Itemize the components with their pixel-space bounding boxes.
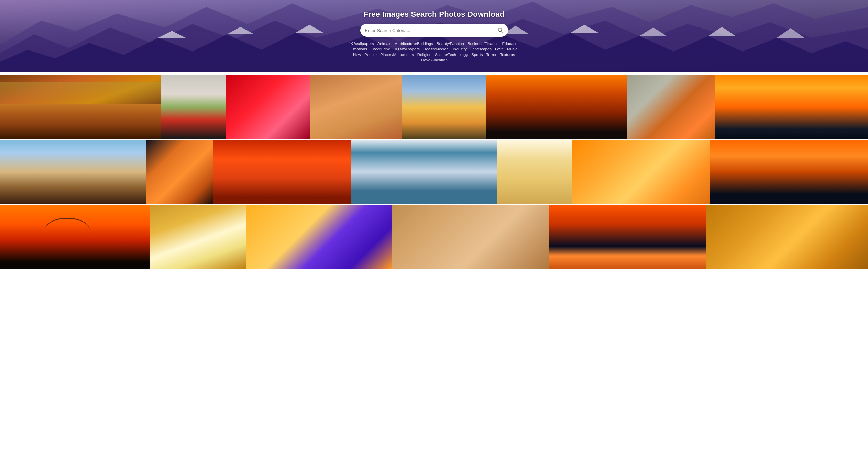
hero-content: Free Images Search Photos Download 4K Wa… — [348, 10, 520, 62]
nav-health-medical[interactable]: Health/Medical — [423, 47, 449, 51]
gallery-item[interactable] — [310, 75, 402, 139]
gallery-item[interactable] — [0, 140, 146, 204]
nav-industry[interactable]: Industry — [453, 47, 467, 51]
gallery-item[interactable] — [146, 140, 213, 204]
gallery-item[interactable] — [246, 205, 392, 269]
nav-4k-wallpapers[interactable]: 4K Wallpapers — [348, 42, 374, 46]
nav-love[interactable]: Love — [495, 47, 504, 51]
nav-music[interactable]: Music — [507, 47, 517, 51]
nav-animals[interactable]: Animals — [377, 42, 392, 46]
nav-terror[interactable]: Terror — [486, 53, 496, 57]
gallery-item[interactable] — [150, 205, 246, 269]
nav-landscapes[interactable]: Landscapes — [470, 47, 492, 51]
nav-places-monuments[interactable]: Places/Monuments — [380, 53, 414, 57]
gallery-item[interactable] — [161, 75, 226, 139]
photo-gallery — [0, 72, 868, 273]
gallery-row-3 — [0, 205, 868, 269]
search-icon — [498, 27, 503, 33]
search-button[interactable] — [498, 27, 503, 33]
nav-texturas[interactable]: Texturas — [500, 53, 515, 57]
gallery-item[interactable] — [486, 75, 627, 139]
nav-people[interactable]: People — [364, 53, 377, 57]
hero-section: Free Images Search Photos Download 4K Wa… — [0, 0, 868, 72]
gallery-item[interactable] — [213, 140, 351, 204]
search-bar — [360, 24, 508, 37]
nav-education[interactable]: Education — [502, 42, 520, 46]
gallery-item[interactable] — [627, 75, 715, 139]
gallery-row-1 — [0, 75, 868, 139]
nav-categories: 4K Wallpapers Animals Architecture/Build… — [348, 42, 520, 62]
gallery-item[interactable] — [351, 140, 497, 204]
gallery-item[interactable] — [549, 205, 706, 269]
gallery-item[interactable] — [497, 140, 572, 204]
gallery-item[interactable] — [402, 75, 486, 139]
search-input[interactable] — [365, 28, 498, 33]
gallery-item[interactable] — [710, 140, 868, 204]
nav-beauty-fashion[interactable]: Beauty/Fashion — [437, 42, 464, 46]
gallery-item[interactable] — [715, 75, 868, 139]
nav-hd-wallpapers[interactable]: HD Wallpapers — [393, 47, 420, 51]
nav-business-finance[interactable]: Business/Finance — [468, 42, 499, 46]
gallery-item[interactable] — [226, 75, 310, 139]
nav-science-technology[interactable]: Sciece/Technology — [435, 53, 468, 57]
nav-sports[interactable]: Sports — [471, 53, 483, 57]
gallery-item[interactable] — [0, 205, 150, 269]
gallery-item[interactable] — [572, 140, 710, 204]
gallery-item[interactable] — [706, 205, 868, 269]
gallery-item[interactable] — [0, 75, 161, 139]
nav-food-drink[interactable]: Food/Drink — [371, 47, 390, 51]
svg-line-15 — [501, 31, 503, 33]
gallery-row-2 — [0, 140, 868, 204]
nav-emotions[interactable]: Emotions — [351, 47, 367, 51]
nav-religion[interactable]: Religion — [417, 53, 432, 57]
hero-title: Free Images Search Photos Download — [364, 10, 505, 19]
nav-new[interactable]: New — [353, 53, 361, 57]
nav-travel-vacation[interactable]: Travel/Vacation — [420, 58, 448, 62]
nav-architecture[interactable]: Architecture/Buildings — [395, 42, 433, 46]
gallery-item[interactable] — [392, 205, 549, 269]
